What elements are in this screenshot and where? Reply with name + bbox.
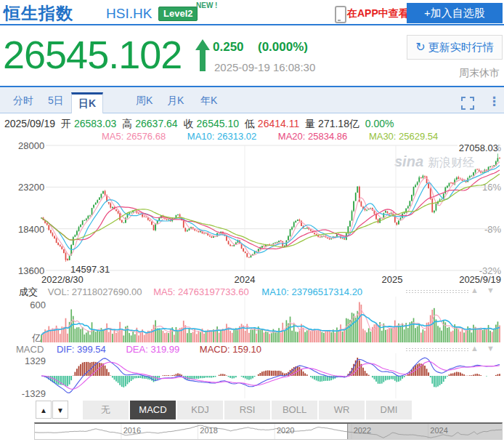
fullscreen-icon[interactable]: [461, 97, 474, 110]
nav-year-2024: 2024: [430, 426, 447, 435]
x-label-start: 2022/8/30: [41, 274, 84, 285]
macd-pane-drag-handle[interactable]: [405, 347, 469, 353]
ma10-legend: MA10: 26313.02: [187, 131, 256, 142]
indicator-tab-kdj[interactable]: KDJ: [177, 401, 223, 419]
ohlc-close: 26545.10: [197, 118, 239, 129]
view-in-app-link[interactable]: 在APP中查看: [347, 7, 409, 20]
ma30-legend: MA30: 25629.54: [369, 131, 438, 142]
ohlc-open: 26583.03: [74, 118, 116, 129]
window-high-annotation: 27058.03: [458, 142, 498, 153]
indicator-tab-none[interactable]: 无: [83, 401, 129, 419]
refresh-icon: ↻: [415, 41, 425, 53]
tab-daily-k[interactable]: 日K: [71, 92, 103, 113]
tab-monthly-k[interactable]: 月K: [167, 95, 184, 108]
x-label-2025: 2025: [382, 274, 403, 285]
nav-year-2018: 2018: [200, 426, 217, 435]
window-low-annotation: 14597.31: [70, 264, 110, 275]
ohlc-bar: 2025/09/19 开26583.03 高26637.64 收26545.10…: [4, 118, 397, 131]
volume-pane-drag-handle[interactable]: [405, 289, 469, 294]
up-arrow-icon: [195, 39, 210, 73]
volume-ma5: MA5: 24763197733.60: [153, 286, 249, 297]
ma-legend: MA5: 26576.68 MA10: 26313.02 MA20: 25834…: [102, 131, 457, 142]
volume-pane-down-icon[interactable]: ▼: [487, 286, 495, 294]
kebab-menu-icon[interactable]: ⋮: [488, 94, 500, 109]
x-label-2024: 2024: [235, 274, 256, 285]
indicator-down-button[interactable]: ▼: [52, 401, 68, 419]
ohlc-close-label: 收: [184, 118, 194, 129]
current-price: 26545.102: [3, 32, 182, 77]
indicator-up-button[interactable]: ▲: [36, 401, 52, 419]
volume-ma10: MA10: 23796517314.20: [261, 286, 362, 297]
tab-yearly-k[interactable]: 年K: [200, 95, 217, 108]
indicator-tab-macd[interactable]: MACD: [130, 401, 176, 419]
ma20-legend: MA20: 25834.86: [278, 131, 347, 142]
ohlc-vol-label: 量: [305, 118, 315, 129]
ohlc-open-label: 开: [61, 118, 71, 129]
indicator-tab-wr[interactable]: WR: [319, 401, 365, 419]
indicator-tab-dmi[interactable]: DMI: [366, 401, 412, 419]
new-badge: NEW !: [196, 1, 217, 9]
ohlc-pct: 0.00%: [365, 118, 394, 129]
tab-weekly-k[interactable]: 周K: [136, 95, 153, 108]
indicator-tab-rsi[interactable]: RSI: [224, 401, 270, 419]
ohlc-low-label: 低: [245, 118, 255, 129]
macd-pane-down-icon[interactable]: ▼: [487, 344, 495, 353]
nav-year-2020: 2020: [277, 426, 294, 435]
x-label-end: 2025/9/19: [459, 274, 501, 285]
ohlc-high: 26637.64: [135, 118, 177, 129]
tab-minute[interactable]: 分时: [13, 95, 33, 108]
nav-year-2016: 2016: [123, 426, 141, 435]
ma5-legend: MA5: 26576.68: [102, 131, 166, 142]
add-watchlist-button[interactable]: +加入自选股: [407, 3, 503, 23]
volume-label: 成交: [19, 286, 38, 297]
phone-icon: [335, 6, 346, 23]
price-change-pct: (0.000%): [258, 40, 308, 55]
market-status: 周末休市: [459, 67, 500, 80]
ohlc-vol: 271.18亿: [318, 118, 359, 129]
indicator-tab-boll[interactable]: BOLL: [272, 401, 317, 419]
volume-pane-up-icon[interactable]: ▲: [471, 286, 479, 294]
ohlc-low: 26414.11: [258, 118, 299, 129]
macd-chart[interactable]: [0, 353, 504, 398]
main-candlestick-chart[interactable]: [0, 142, 504, 275]
price-change: 0.250: [213, 40, 244, 55]
refresh-quote-button[interactable]: ↻更新实时行情: [407, 35, 503, 60]
tab-5day[interactable]: 5日: [48, 95, 64, 108]
ohlc-high-label: 高: [122, 118, 132, 129]
nav-year-2022: 2022: [354, 426, 371, 435]
volume-chart[interactable]: [0, 297, 504, 343]
refresh-button-label: 更新实时行情: [428, 41, 494, 53]
level2-badge[interactable]: Level2: [158, 7, 198, 21]
hsi-quote-page: 恒生指数 HSI.HK Level2 NEW ! 在APP中查看 +加入自选股 …: [0, 0, 504, 442]
quote-timestamp: 2025-09-19 16:08:30: [214, 61, 315, 73]
header-divider: [0, 24, 504, 25]
ohlc-date: 2025/09/19: [4, 118, 55, 129]
stock-symbol: HSI.HK: [106, 6, 152, 22]
page-title: 恒生指数: [4, 2, 73, 25]
volume-value: VOL: 27118027690.00: [48, 286, 142, 297]
macd-pane-up-icon[interactable]: ▲: [471, 344, 479, 353]
